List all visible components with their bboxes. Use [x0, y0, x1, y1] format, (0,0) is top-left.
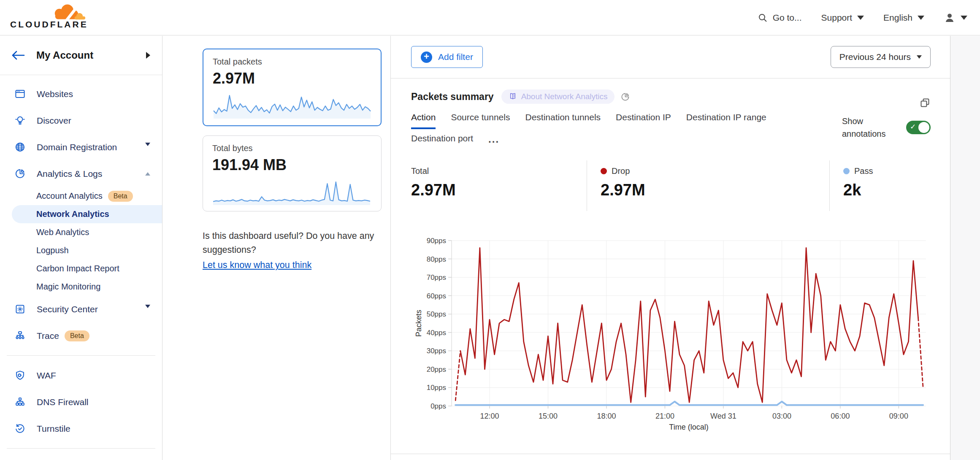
tab-destination-ip[interactable]: Destination IP: [616, 112, 671, 129]
tab-action[interactable]: Action: [411, 112, 436, 129]
hierarchy-icon: [14, 396, 26, 408]
tab-source-tunnels[interactable]: Source tunnels: [451, 112, 510, 129]
chevron-down-icon: [961, 16, 967, 20]
sidebar-item-label: Logpush: [36, 246, 69, 255]
vault-icon: [14, 303, 26, 315]
sidebar-item-label: Trace: [37, 331, 59, 341]
sidebar-item-discover[interactable]: Discover: [0, 107, 162, 134]
svg-text:Wed 31: Wed 31: [710, 412, 736, 420]
sidebar-item-websites[interactable]: Websites: [0, 81, 162, 107]
sidebar-item-label: Analytics & Logs: [37, 169, 102, 179]
svg-text:50pps: 50pps: [427, 310, 446, 318]
svg-text:20pps: 20pps: [427, 365, 446, 373]
more-tabs-button[interactable]: ...: [488, 133, 499, 150]
svg-text:60pps: 60pps: [427, 292, 446, 300]
pie-chart-icon: [620, 92, 630, 102]
about-label: About Network Analytics: [521, 92, 608, 101]
packets-line-chart: 0pps10pps20pps30pps40pps50pps60pps70pps8…: [411, 235, 930, 433]
filter-toolbar: + Add filter Previous 24 hours: [391, 36, 950, 78]
cloudflare-logo[interactable]: CLOUDFLARE: [10, 3, 90, 33]
stat-value: 2.97M: [411, 181, 587, 199]
annotations-toggle[interactable]: ✓: [906, 121, 931, 134]
feedback-block: Is this dashboard useful? Do you have an…: [203, 229, 388, 272]
goto-search[interactable]: Go to...: [758, 13, 802, 23]
sidebar-item-web-analytics[interactable]: Web Analytics: [0, 223, 162, 241]
toggle-knob: [918, 122, 929, 133]
svg-text:03:00: 03:00: [772, 412, 791, 420]
support-menu[interactable]: Support: [821, 13, 864, 23]
sidebar-item-security-center[interactable]: Security Center: [0, 296, 162, 322]
time-range-select[interactable]: Previous 24 hours: [831, 46, 931, 68]
cloudflare-wordmark: CLOUDFLARE: [10, 19, 88, 30]
tab-destination-port[interactable]: Destination port: [411, 133, 473, 150]
chevron-down-icon: [145, 143, 150, 152]
svg-text:Time (local): Time (local): [669, 423, 708, 431]
sidebar-item-label: Websites: [37, 89, 73, 99]
dimension-tabs: Action Source tunnels Destination tunnel…: [411, 112, 820, 150]
stat-label: Total: [411, 166, 429, 176]
sidebar-item-turnstile[interactable]: Turnstile: [0, 415, 162, 442]
svg-text:80pps: 80pps: [427, 255, 446, 263]
packets-sparkline-chart: [213, 92, 371, 119]
sidebar-divider: [7, 355, 155, 356]
account-menu[interactable]: [944, 12, 967, 24]
rotate-check-icon: [14, 423, 26, 434]
tab-destination-ip-range[interactable]: Destination IP range: [686, 112, 766, 129]
sidebar-divider: [7, 448, 155, 449]
chevron-right-icon[interactable]: [146, 52, 150, 59]
check-icon: ✓: [910, 122, 916, 131]
sidebar-item-label: Network Analytics: [36, 209, 109, 219]
add-filter-label: Add filter: [438, 52, 473, 62]
person-icon: [944, 12, 956, 24]
sidebar-item-waf[interactable]: WAF: [0, 362, 162, 389]
pie-chart-icon: [14, 168, 26, 179]
stat-value: 2.97M: [601, 181, 829, 199]
stat-label: Drop: [612, 166, 630, 176]
stat-pass: Pass 2k: [829, 160, 930, 211]
add-filter-button[interactable]: + Add filter: [411, 46, 483, 68]
stat-value: 2k: [843, 181, 930, 199]
sidebar-item-analytics-logs[interactable]: Analytics & Logs: [0, 160, 162, 187]
right-gutter: [950, 36, 980, 460]
sidebar-item-label: Carbon Impact Report: [36, 264, 119, 273]
sidebar-item-logpush[interactable]: Logpush: [0, 241, 162, 260]
account-title[interactable]: My Account: [36, 49, 93, 61]
tab-destination-tunnels[interactable]: Destination tunnels: [525, 112, 601, 129]
sidebar-item-domain-registration[interactable]: Domain Registration: [0, 134, 162, 160]
feedback-link[interactable]: Let us know what you think: [203, 258, 311, 272]
about-network-analytics-link[interactable]: About Network Analytics: [501, 89, 615, 104]
sidebar-item-magic-monitoring[interactable]: Magic Monitoring: [0, 278, 162, 296]
beta-badge: Beta: [108, 191, 133, 202]
language-label: English: [883, 13, 912, 23]
stats-row: Total 2.97M Drop 2.97M Pass 2k: [411, 160, 930, 211]
total-packets-card[interactable]: Total packets 2.97M: [203, 49, 382, 126]
svg-text:0pps: 0pps: [430, 402, 446, 410]
back-arrow-icon[interactable]: [11, 50, 25, 61]
support-label: Support: [821, 13, 853, 23]
panel-bottom-border: [391, 454, 950, 454]
lightbulb-icon: [14, 115, 26, 126]
svg-text:90pps: 90pps: [427, 237, 446, 245]
sidebar-item-dns-firewall[interactable]: DNS Firewall: [0, 389, 162, 415]
sidebar-item-carbon-impact-report[interactable]: Carbon Impact Report: [0, 260, 162, 278]
language-menu[interactable]: English: [883, 13, 924, 23]
sidebar-item-account-analytics[interactable]: Account Analytics Beta: [0, 187, 162, 205]
drop-legend-dot: [601, 168, 607, 174]
svg-text:10pps: 10pps: [427, 384, 446, 392]
sidebar-item-label: Discover: [37, 116, 71, 126]
svg-text:18:00: 18:00: [597, 412, 616, 420]
show-annotations-control: Show annotations ✓: [842, 115, 931, 140]
summary-column: Total packets 2.97M Total bytes 191.94 M…: [163, 36, 390, 460]
cloudflare-dashboard: CLOUDFLARE Go to... Support English: [0, 0, 980, 460]
sidebar-item-partial-bottom[interactable]: [0, 455, 162, 460]
sidebar-item-label: Turnstile: [37, 424, 70, 434]
sidebar-nav: Websites Discover Domain Registration: [0, 75, 162, 460]
chevron-down-icon: [145, 305, 150, 314]
total-bytes-card[interactable]: Total bytes 191.94 MB: [203, 135, 382, 211]
open-in-new-icon[interactable]: [919, 97, 931, 108]
sidebar-item-trace[interactable]: Trace Beta: [0, 322, 162, 349]
show-annotations-label: Show annotations: [842, 115, 892, 140]
globe-icon: [14, 141, 26, 153]
svg-text:30pps: 30pps: [427, 347, 446, 355]
sidebar-item-network-analytics[interactable]: Network Analytics: [12, 205, 162, 223]
